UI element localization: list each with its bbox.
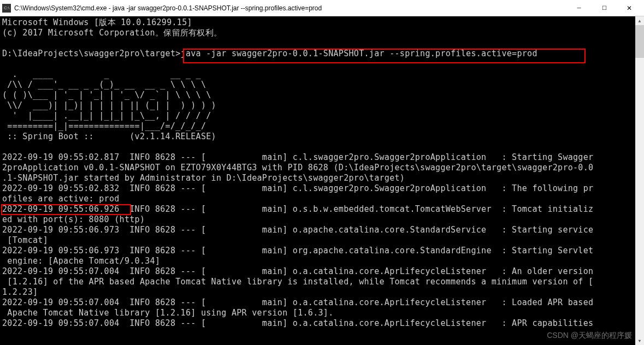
- log-line: 2022-09-19 09:55:07.004 INFO 8628 --- [ …: [2, 318, 593, 328]
- log-line: [Tomcat]: [2, 235, 48, 245]
- prompt-path: D:\IdeaProjects\swagger2pro\target>: [2, 49, 181, 58]
- spring-banner-line: \\/ ___)| |_)| | | | | || (_| | ) ) ) ): [2, 100, 216, 110]
- log-line: 2022-09-19 09:55:06.926 INFO 8628 --- [ …: [2, 204, 593, 214]
- log-line: 2022-09-19 09:55:06.973 INFO 8628 --- [ …: [2, 225, 593, 235]
- log-line: 1.2.23]: [2, 287, 38, 297]
- os-header-line: Microsoft Windows [版本 10.0.16299.15]: [2, 17, 192, 27]
- scrollbar-thumb[interactable]: [635, 25, 644, 58]
- log-line: [1.2.16] of the APR based Apache Tomcat …: [2, 277, 593, 287]
- window-title: C:\Windows\System32\cmd.exe - java -jar …: [14, 4, 566, 12]
- log-line: 2022-09-19 09:55:07.004 INFO 8628 --- [ …: [2, 266, 593, 276]
- console-output[interactable]: Microsoft Windows [版本 10.0.16299.15] (c)…: [0, 16, 644, 345]
- log-line: 2022-09-19 09:55:06.973 INFO 8628 --- [ …: [2, 246, 593, 255]
- spring-banner-line: /\\ / ___'_ __ _ _(_)_ __ __ _ \ \ \ \: [2, 80, 206, 90]
- scroll-down-button[interactable]: ▼: [635, 336, 644, 345]
- spring-banner-line: ' |____| .__|_| |_|_| |_\__, | / / / /: [2, 111, 211, 121]
- scroll-up-button[interactable]: ▲: [635, 16, 644, 25]
- spring-banner-line: =========|_|==============|___/=/_/_/_/: [2, 121, 206, 131]
- log-line: Apache Tomcat Native library [1.2.16] us…: [2, 308, 334, 318]
- log-line: 2022-09-19 09:55:02.832 INFO 8628 --- [ …: [2, 183, 593, 193]
- log-line: ed with port(s): 8080 (http): [2, 215, 145, 224]
- vertical-scrollbar[interactable]: ▲ ▼: [635, 16, 644, 345]
- spring-boot-version: :: Spring Boot :: (v2.1.14.RELEASE): [2, 132, 216, 141]
- log-line: 2022-09-19 09:55:07.004 INFO 8628 --- [ …: [2, 298, 593, 307]
- log-line: .1-SNAPSHOT.jar started by Administrator…: [2, 173, 405, 183]
- spring-banner-line: ( ( )\___ | '_ | '_| | '_ \/ _` | \ \ \ …: [2, 90, 211, 100]
- log-line: engine: [Apache Tomcat/9.0.34]: [2, 256, 160, 266]
- window-controls: ─ ☐ ✕: [566, 0, 642, 16]
- close-button[interactable]: ✕: [617, 0, 642, 16]
- cmd-icon: C:\: [2, 4, 11, 13]
- spring-banner-line: . ____ _ __ _ _: [2, 69, 201, 79]
- maximize-button[interactable]: ☐: [592, 0, 617, 16]
- log-line: 2022-09-19 09:55:02.817 INFO 8628 --- [ …: [2, 152, 593, 162]
- log-line: ofiles are active: prod: [2, 194, 120, 204]
- minimize-button[interactable]: ─: [566, 0, 592, 16]
- log-line: 2proApplication v0.0.1-SNAPSHOT on EZTO7…: [2, 163, 593, 172]
- command-text: java -jar swagger2pro-0.0.1-SNAPSHOT.jar…: [181, 49, 537, 58]
- window-titlebar: C:\ C:\Windows\System32\cmd.exe - java -…: [0, 0, 644, 16]
- copyright-line: (c) 2017 Microsoft Corporation。保留所有权利。: [2, 28, 222, 38]
